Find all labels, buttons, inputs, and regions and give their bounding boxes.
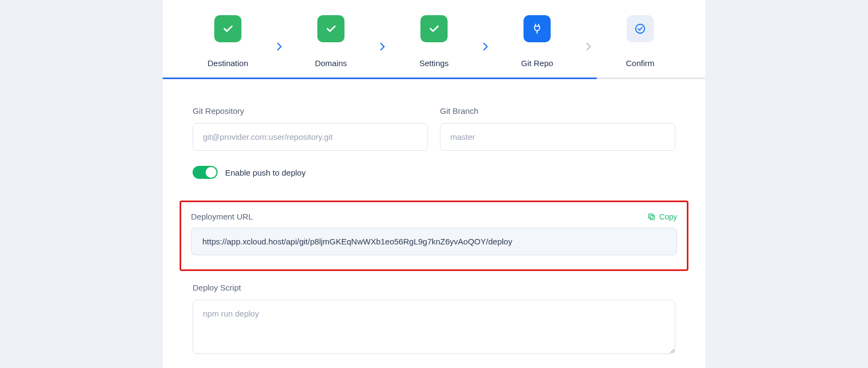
svg-point-0 xyxy=(636,24,645,34)
copy-button-label: Copy xyxy=(659,212,677,221)
deployment-url-label: Deployment URL xyxy=(191,212,253,221)
git-repository-label: Git Repository xyxy=(193,106,428,115)
deployment-url-header: Deployment URL Copy xyxy=(191,212,677,221)
deploy-script-label: Deploy Script xyxy=(193,283,675,292)
git-repository-field: Git Repository xyxy=(193,106,428,151)
chevron-right-icon xyxy=(586,43,591,50)
git-branch-input[interactable] xyxy=(440,123,675,151)
check-icon xyxy=(317,15,344,42)
step-label: Git Repo xyxy=(521,59,553,68)
copy-icon xyxy=(647,212,656,221)
deployment-url-value[interactable]: https://app.xcloud.host/api/git/p8ljmGKE… xyxy=(191,228,677,255)
repo-branch-row: Git Repository Git Branch xyxy=(193,106,675,151)
copy-button[interactable]: Copy xyxy=(647,212,677,221)
form-body: Git Repository Git Branch Enable push to… xyxy=(163,79,705,356)
git-branch-field: Git Branch xyxy=(440,106,675,151)
stepper-progress-underline xyxy=(163,78,705,79)
push-to-deploy-label: Enable push to deploy xyxy=(225,168,305,177)
deploy-script-textarea[interactable] xyxy=(193,300,675,354)
step-label: Settings xyxy=(419,59,449,68)
push-to-deploy-toggle[interactable] xyxy=(193,166,218,179)
step-label: Destination xyxy=(207,59,248,68)
step-destination[interactable]: Destination xyxy=(179,15,277,68)
deploy-script-section: Deploy Script xyxy=(193,283,675,356)
wizard-stepper: Destination Domains Settings xyxy=(163,0,705,78)
deployment-wizard-card: Destination Domains Settings xyxy=(163,0,705,368)
check-icon xyxy=(420,15,448,42)
check-circle-icon xyxy=(627,15,654,42)
step-label: Domains xyxy=(315,59,347,68)
check-icon xyxy=(214,15,241,42)
step-domains[interactable]: Domains xyxy=(282,15,380,68)
deployment-url-highlight: Deployment URL Copy https://app.xcloud.h… xyxy=(180,201,688,271)
step-git-repo[interactable]: Git Repo xyxy=(488,15,586,68)
git-repository-input[interactable] xyxy=(193,123,428,151)
chevron-right-icon xyxy=(277,43,282,50)
svg-rect-1 xyxy=(650,215,655,219)
svg-rect-2 xyxy=(649,214,653,218)
git-branch-label: Git Branch xyxy=(440,106,675,115)
step-settings[interactable]: Settings xyxy=(385,15,483,68)
chevron-right-icon xyxy=(380,43,385,50)
chevron-right-icon xyxy=(483,43,488,50)
step-label: Confirm xyxy=(626,59,655,68)
step-confirm[interactable]: Confirm xyxy=(591,15,689,68)
toggle-knob xyxy=(206,167,216,178)
plug-icon xyxy=(524,15,551,42)
push-to-deploy-row: Enable push to deploy xyxy=(193,166,675,179)
